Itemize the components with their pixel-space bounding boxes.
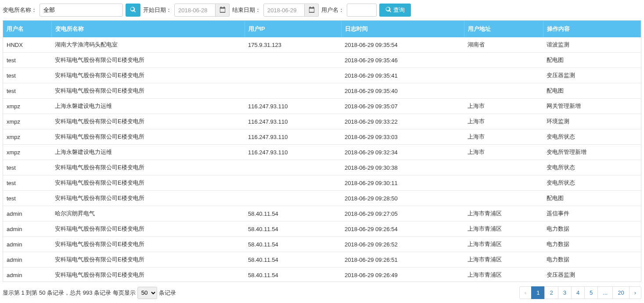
- cell-addr: 湖南省: [464, 37, 543, 53]
- table-row[interactable]: test安科瑞电气股份有限公司E楼变电所2018-06-29 09:30:38变…: [3, 160, 641, 175]
- cell-time: 2018-06-29 09:33:22: [341, 114, 464, 129]
- cell-station: 安科瑞电气股份有限公司E楼变电所: [51, 267, 245, 282]
- cell-op: 配电图: [543, 53, 641, 68]
- cell-station: 安科瑞电气股份有限公司E楼变电所: [51, 114, 245, 129]
- table-row[interactable]: xmpz安科瑞电气股份有限公司E楼变电所116.247.93.1102018-0…: [3, 129, 641, 145]
- cell-addr: [464, 53, 543, 68]
- table-row[interactable]: admin安科瑞电气股份有限公司E楼变电所58.40.11.542018-06-…: [3, 252, 641, 267]
- table-row[interactable]: HNDX湖南大学渔湾码头配电室175.9.31.1232018-06-29 09…: [3, 37, 641, 53]
- cell-addr: 上海市青浦区: [464, 252, 543, 267]
- cell-op: 变压器监测: [543, 68, 641, 83]
- cell-op: 变电所状态: [543, 129, 641, 145]
- cell-time: 2018-06-29 09:35:07: [341, 99, 464, 114]
- cell-op: 谐波监测: [543, 37, 641, 53]
- table-row[interactable]: xmpz上海永磐建设电力运维116.247.93.1102018-06-29 0…: [3, 99, 641, 114]
- page-link[interactable]: 20: [613, 287, 629, 299]
- cell-op: 配电图: [543, 191, 641, 206]
- cell-station: 安科瑞电气股份有限公司E楼变电所: [51, 252, 245, 267]
- start-calendar-button[interactable]: [216, 4, 230, 17]
- page-item[interactable]: 4: [571, 286, 585, 299]
- header-op[interactable]: 操作内容: [543, 21, 641, 37]
- table-row[interactable]: admin安科瑞电气股份有限公司E楼变电所58.40.11.542018-06-…: [3, 237, 641, 252]
- page-link[interactable]: 1: [532, 287, 544, 299]
- page-item[interactable]: ›: [629, 286, 641, 299]
- cell-op: 变电所管理新增: [543, 145, 641, 160]
- cell-time: 2018-06-29 09:30:38: [341, 160, 464, 175]
- page-item[interactable]: 20: [612, 286, 629, 299]
- cell-time: 2018-06-29 09:26:51: [341, 252, 464, 267]
- page-item[interactable]: 1: [531, 286, 545, 299]
- station-label: 变电所名称：: [3, 6, 37, 14]
- cell-time: 2018-06-29 09:32:34: [341, 145, 464, 160]
- cell-ip: [245, 68, 341, 83]
- start-date-input[interactable]: [174, 4, 216, 17]
- cell-op: 变电所状态: [543, 160, 641, 175]
- header-ip[interactable]: 用户IP: [245, 21, 341, 37]
- end-calendar-button[interactable]: [305, 4, 319, 17]
- cell-user: xmpz: [3, 145, 51, 160]
- cell-time: 2018-06-29 09:26:54: [341, 221, 464, 237]
- query-button[interactable]: 查询: [379, 4, 411, 17]
- cell-station: 哈尔滨朗昇电气: [51, 206, 245, 221]
- cell-addr: 上海市青浦区: [464, 221, 543, 237]
- page-link[interactable]: ...: [598, 287, 612, 299]
- cell-user: admin: [3, 252, 51, 267]
- table-row[interactable]: xmpz上海永磐建设电力运维116.247.93.1102018-06-29 0…: [3, 145, 641, 160]
- table-header: 用户名 变电所名称 用户IP 日志时间 用户地址 操作内容: [3, 21, 641, 37]
- page-link[interactable]: 4: [572, 287, 584, 299]
- end-date-input[interactable]: [263, 4, 305, 17]
- table-row[interactable]: test安科瑞电气股份有限公司E楼变电所2018-06-29 09:35:46配…: [3, 53, 641, 68]
- cell-op: 环境监测: [543, 114, 641, 129]
- cell-ip: 58.40.11.54: [245, 252, 341, 267]
- user-input[interactable]: [347, 4, 377, 17]
- table-row[interactable]: admin安科瑞电气股份有限公司E楼变电所58.40.11.542018-06-…: [3, 267, 641, 282]
- header-addr[interactable]: 用户地址: [464, 21, 543, 37]
- page-link[interactable]: ›: [630, 287, 641, 299]
- cell-station: 上海永磐建设电力运维: [51, 145, 245, 160]
- table-row[interactable]: admin安科瑞电气股份有限公司E楼变电所58.40.11.542018-06-…: [3, 221, 641, 237]
- cell-addr: [464, 83, 543, 99]
- header-time[interactable]: 日志时间: [341, 21, 464, 37]
- cell-op: 网关管理新增: [543, 99, 641, 114]
- cell-station: 湖南大学渔湾码头配电室: [51, 37, 245, 53]
- page-item[interactable]: 2: [544, 286, 558, 299]
- page-link[interactable]: ‹: [520, 287, 531, 299]
- page-item[interactable]: 3: [558, 286, 572, 299]
- cell-user: xmpz: [3, 114, 51, 129]
- page-link[interactable]: 3: [558, 287, 571, 299]
- cell-station: 安科瑞电气股份有限公司E楼变电所: [51, 191, 245, 206]
- header-station[interactable]: 变电所名称: [51, 21, 245, 37]
- station-input[interactable]: [40, 4, 123, 17]
- cell-station: 安科瑞电气股份有限公司E楼变电所: [51, 53, 245, 68]
- cell-addr: 上海市青浦区: [464, 206, 543, 221]
- page-item[interactable]: 5: [584, 286, 598, 299]
- cell-op: 电力数据: [543, 252, 641, 267]
- table-row[interactable]: xmpz安科瑞电气股份有限公司E楼变电所116.247.93.1102018-0…: [3, 114, 641, 129]
- page-item[interactable]: ‹: [519, 286, 532, 299]
- page-size-select[interactable]: 50: [137, 287, 157, 299]
- cell-addr: 上海市青浦区: [464, 237, 543, 252]
- cell-addr: 上海市: [464, 114, 543, 129]
- cell-op: 变电所状态: [543, 175, 641, 191]
- station-search-button[interactable]: [126, 4, 140, 17]
- cell-op: 电力数据: [543, 221, 641, 237]
- header-user[interactable]: 用户名: [3, 21, 51, 37]
- calendar-icon: [309, 7, 315, 14]
- cell-op: 遥信事件: [543, 206, 641, 221]
- table-row[interactable]: test安科瑞电气股份有限公司E楼变电所2018-06-29 09:30:11变…: [3, 175, 641, 191]
- table-row[interactable]: test安科瑞电气股份有限公司E楼变电所2018-06-29 09:28:50配…: [3, 191, 641, 206]
- table-scroll-area[interactable]: 用户名 变电所名称 用户IP 日志时间 用户地址 操作内容 HNDX湖南大学渔湾…: [3, 21, 641, 282]
- cell-user: xmpz: [3, 129, 51, 145]
- table-row[interactable]: admin哈尔滨朗昇电气58.40.11.542018-06-29 09:27:…: [3, 206, 641, 221]
- cell-ip: 175.9.31.123: [245, 37, 341, 53]
- page-link[interactable]: 5: [585, 287, 597, 299]
- page-item[interactable]: ...: [597, 286, 613, 299]
- cell-op: 电力数据: [543, 237, 641, 252]
- cell-user: test: [3, 191, 51, 206]
- cell-user: admin: [3, 206, 51, 221]
- cell-user: test: [3, 53, 51, 68]
- page-link[interactable]: 2: [545, 287, 558, 299]
- table-row[interactable]: test安科瑞电气股份有限公司E楼变电所2018-06-29 09:35:41变…: [3, 68, 641, 83]
- cell-addr: [464, 160, 543, 175]
- table-row[interactable]: test安科瑞电气股份有限公司E楼变电所2018-06-29 09:35:40配…: [3, 83, 641, 99]
